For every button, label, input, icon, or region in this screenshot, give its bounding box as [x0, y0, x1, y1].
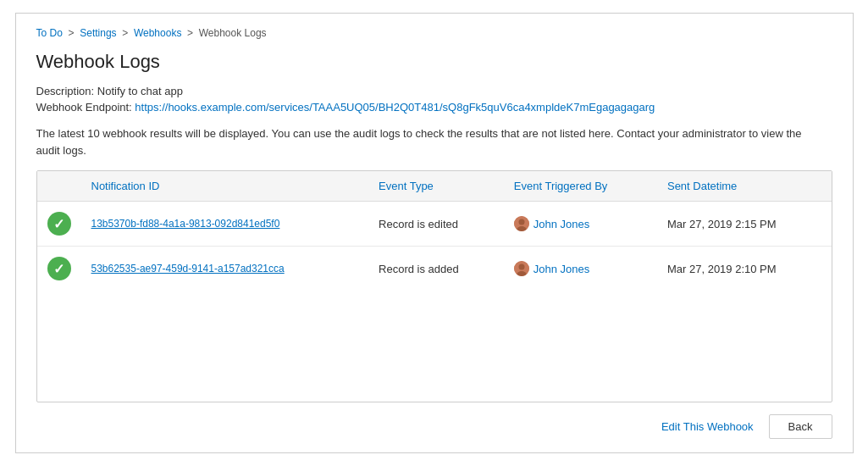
breadcrumb-todo[interactable]: To Do — [36, 27, 63, 39]
table-row: ✓53b62535-ae97-459d-9141-a157ad321ccaRec… — [37, 247, 832, 291]
edit-webhook-button[interactable]: Edit This Webhook — [653, 415, 762, 438]
notification-id-cell: 13b5370b-fd88-4a1a-9813-092d841ed5f0 — [81, 202, 369, 247]
user-link[interactable]: John Jones — [514, 216, 647, 231]
user-name: John Jones — [534, 218, 590, 230]
triggered-by-cell: John Jones — [504, 202, 657, 247]
svg-point-1 — [518, 219, 524, 225]
avatar — [514, 261, 529, 276]
breadcrumb-current: Webhook Logs — [199, 27, 267, 39]
status-cell: ✓ — [37, 247, 81, 291]
description-label: Description: — [36, 85, 95, 97]
col-triggered-by: Event Triggered By — [504, 171, 657, 202]
info-text: The latest 10 webhook results will be di… — [36, 125, 824, 158]
table-row: ✓13b5370b-fd88-4a1a-9813-092d841ed5f0Rec… — [37, 202, 832, 247]
event-type-cell: Record is edited — [368, 202, 504, 247]
endpoint-row: Webhook Endpoint: https://hooks.example.… — [36, 101, 832, 114]
user-link[interactable]: John Jones — [514, 261, 647, 276]
success-icon: ✓ — [47, 257, 71, 280]
endpoint-url[interactable]: https://hooks.example.com/services/TAAA5… — [135, 101, 655, 114]
sent-datetime-cell: Mar 27, 2019 2:10 PM — [657, 247, 832, 291]
user-name: John Jones — [534, 263, 590, 275]
success-icon: ✓ — [47, 212, 71, 236]
description-row: Description: Notify to chat app — [36, 85, 832, 97]
breadcrumb: To Do > Settings > Webhooks > Webhook Lo… — [36, 27, 832, 39]
breadcrumb-webhooks[interactable]: Webhooks — [134, 27, 181, 39]
col-notification-id: Notification ID — [81, 171, 369, 202]
triggered-by-cell: John Jones — [504, 247, 657, 291]
status-cell: ✓ — [37, 202, 81, 247]
col-sent-datetime: Sent Datetime — [657, 171, 832, 202]
description-text: Notify to chat app — [97, 85, 183, 97]
endpoint-label: Webhook Endpoint: — [36, 101, 132, 114]
col-event-type: Event Type — [368, 171, 504, 202]
event-type-cell: Record is added — [368, 247, 504, 291]
footer-buttons: Edit This Webhook Back — [36, 414, 832, 439]
notification-id-link[interactable]: 53b62535-ae97-459d-9141-a157ad321cca — [91, 263, 285, 275]
notification-id-cell: 53b62535-ae97-459d-9141-a157ad321cca — [81, 247, 369, 291]
col-status — [37, 171, 81, 202]
back-button[interactable]: Back — [769, 414, 832, 439]
avatar — [514, 216, 529, 231]
sent-datetime-cell: Mar 27, 2019 2:15 PM — [657, 202, 832, 247]
page-title: Webhook Logs — [36, 51, 832, 73]
webhook-logs-table: Notification ID Event Type Event Trigger… — [36, 170, 832, 402]
main-window: To Do > Settings > Webhooks > Webhook Lo… — [15, 13, 854, 453]
svg-point-4 — [518, 264, 524, 270]
breadcrumb-settings[interactable]: Settings — [80, 27, 116, 39]
notification-id-link[interactable]: 13b5370b-fd88-4a1a-9813-092d841ed5f0 — [91, 218, 280, 230]
